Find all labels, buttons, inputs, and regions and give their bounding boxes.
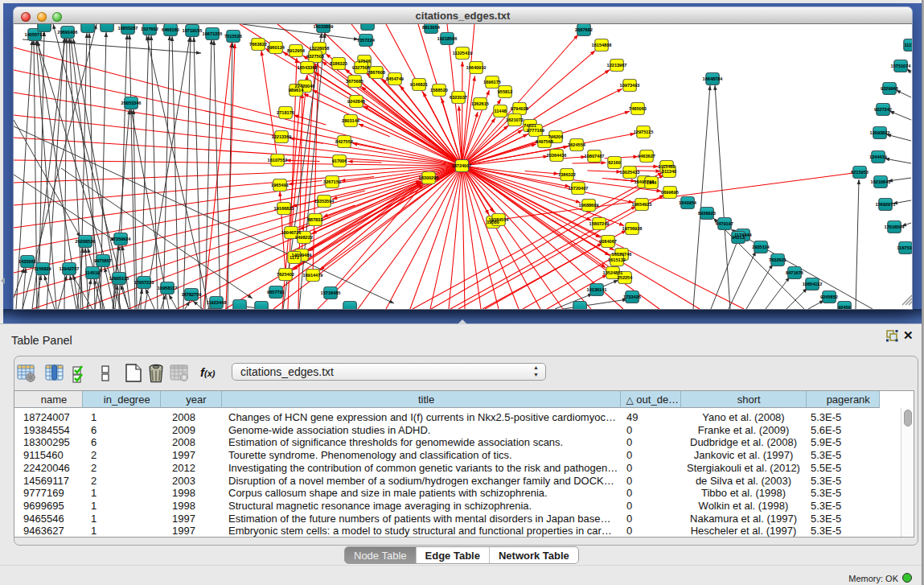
svg-text:10807487: 10807487: [585, 154, 605, 159]
svg-text:6479197: 6479197: [716, 221, 733, 226]
svg-text:1244419: 1244419: [869, 154, 887, 159]
svg-text:11448: 11448: [494, 109, 506, 113]
svg-text:16033809: 16033809: [314, 24, 334, 29]
svg-text:12942757: 12942757: [60, 266, 80, 271]
svg-text:10688609: 10688609: [579, 203, 599, 208]
svg-text:92450: 92450: [838, 305, 851, 309]
svg-text:6466160: 6466160: [162, 27, 179, 32]
svg-text:13353594: 13353594: [314, 199, 335, 204]
svg-text:6497568: 6497568: [536, 139, 553, 144]
svg-text:8912954: 8912954: [287, 48, 306, 53]
svg-text:2718176: 2718176: [277, 110, 294, 115]
svg-text:62160: 62160: [608, 160, 621, 165]
svg-text:9657791: 9657791: [267, 290, 285, 295]
svg-text:1615132: 1615132: [608, 257, 626, 262]
svg-text:9975857: 9975857: [94, 258, 112, 263]
svg-text:8186323: 8186323: [330, 61, 347, 66]
svg-text:1435061: 1435061: [18, 259, 36, 264]
svg-text:7386322: 7386322: [558, 172, 576, 177]
svg-text:9242848: 9242848: [347, 99, 365, 104]
svg-text:19166825: 19166825: [274, 206, 294, 211]
svg-text:19654923: 19654923: [632, 202, 652, 207]
svg-text:17359924: 17359924: [111, 237, 132, 241]
svg-text:16543362: 16543362: [298, 65, 318, 70]
svg-text:1156829: 1156829: [34, 266, 51, 271]
svg-text:1167533: 1167533: [897, 245, 912, 250]
svg-text:887833: 887833: [308, 217, 323, 222]
svg-text:12975115: 12975115: [634, 130, 654, 134]
svg-text:1644: 1644: [647, 180, 657, 185]
svg-text:955812: 955812: [498, 89, 513, 94]
svg-text:15751074: 15751074: [891, 64, 912, 68]
svg-text:10025433: 10025433: [620, 170, 640, 175]
svg-text:11923448: 11923448: [207, 300, 227, 305]
svg-text:1640954: 1640954: [679, 200, 697, 205]
svg-text:20364436: 20364436: [547, 153, 567, 158]
svg-text:252254: 252254: [618, 275, 634, 280]
svg-text:15716485: 15716485: [321, 290, 341, 295]
svg-text:2867608: 2867608: [368, 70, 385, 75]
svg-text:12905135: 12905135: [109, 276, 129, 281]
svg-text:16914479: 16914479: [303, 273, 323, 278]
svg-text:8471676: 8471676: [786, 270, 803, 275]
svg-text:20691406: 20691406: [58, 30, 78, 35]
svg-text:3267150: 3267150: [323, 179, 341, 184]
svg-text:16640910: 16640910: [466, 65, 487, 70]
svg-text:9463627: 9463627: [638, 154, 655, 159]
svg-text:14055712: 14055712: [25, 32, 45, 37]
svg-text:10654112: 10654112: [803, 282, 823, 286]
svg-text:10973493: 10973493: [620, 83, 640, 88]
svg-text:19756928: 19756928: [622, 226, 643, 231]
svg-text:1696175: 1696175: [483, 80, 501, 84]
svg-text:10958117: 10958117: [158, 286, 178, 290]
svg-text:16107552: 16107552: [268, 158, 288, 163]
svg-text:6322037: 6322037: [450, 95, 467, 100]
svg-text:16648784: 16648784: [703, 76, 724, 81]
svg-text:16120746: 16120746: [612, 252, 632, 257]
svg-text:9329966: 9329966: [881, 86, 898, 91]
svg-text:1362615: 1362615: [471, 101, 489, 106]
svg-text:1172: 1172: [290, 255, 299, 260]
svg-text:3675685: 3675685: [346, 79, 363, 84]
svg-text:9327503: 9327503: [306, 54, 324, 59]
svg-text:12213967: 12213967: [607, 63, 627, 68]
svg-text:20053346: 20053346: [121, 101, 142, 105]
svg-text:13226058: 13226058: [310, 46, 330, 51]
svg-text:1965491: 1965491: [271, 183, 289, 187]
svg-text:12213369: 12213369: [272, 134, 292, 139]
svg-text:9084067: 9084067: [599, 239, 617, 244]
svg-text:94213: 94213: [732, 235, 745, 240]
svg-text:7663822: 7663822: [249, 42, 267, 47]
svg-text:8938923: 8938923: [698, 211, 716, 216]
svg-text:8215953: 8215953: [851, 170, 869, 175]
svg-text:2087682: 2087682: [575, 27, 593, 32]
svg-text:7625402: 7625402: [277, 272, 294, 277]
svg-text:11171: 11171: [905, 43, 912, 47]
svg-text:16671355: 16671355: [203, 31, 223, 36]
svg-text:7515526: 7515526: [224, 34, 242, 39]
svg-text:12093822: 12093822: [870, 130, 890, 135]
svg-text:16154808: 16154808: [592, 43, 612, 47]
svg-text:2935114: 2935114: [752, 245, 770, 249]
svg-text:9498222: 9498222: [295, 235, 313, 240]
svg-text:18300295: 18300295: [419, 175, 439, 180]
svg-text:10855287: 10855287: [118, 26, 138, 31]
svg-text:9777169: 9777169: [527, 128, 544, 133]
svg-text:3624554: 3624554: [568, 142, 586, 147]
svg-text:311340: 311340: [662, 169, 676, 174]
svg-text:7485063: 7485063: [629, 106, 647, 111]
svg-text:15692971: 15692971: [876, 202, 896, 207]
svg-text:989614: 989614: [289, 88, 305, 93]
svg-text:20206536: 20206536: [76, 239, 96, 244]
svg-text:7357224: 7357224: [357, 38, 376, 43]
svg-text:1588520: 1588520: [430, 88, 448, 93]
svg-text:8454749: 8454749: [386, 76, 404, 81]
svg-text:17546: 17546: [358, 59, 371, 64]
svg-text:9245652: 9245652: [820, 295, 838, 299]
svg-text:11325419: 11325419: [453, 51, 473, 56]
svg-text:9227342: 9227342: [874, 107, 892, 112]
svg-text:1621072: 1621072: [506, 117, 524, 122]
svg-text:15720407: 15720407: [569, 186, 589, 191]
svg-text:14136141: 14136141: [587, 287, 607, 292]
svg-text:1733426: 1733426: [623, 295, 641, 299]
